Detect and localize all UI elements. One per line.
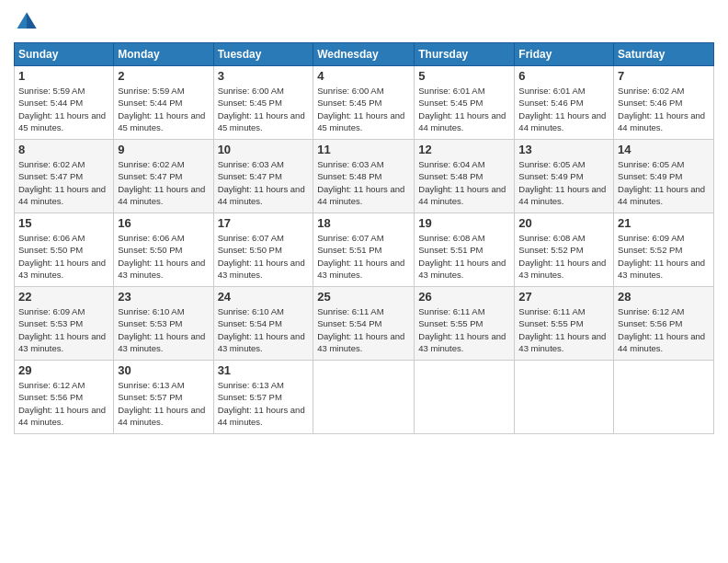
week-row-4: 22 Sunrise: 6:09 AM Sunset: 5:53 PM Dayl… [15,287,714,361]
day-number: 26 [418,290,510,304]
logo-icon [14,9,40,35]
day-info: Sunrise: 6:09 AM Sunset: 5:53 PM Dayligh… [18,305,109,354]
day-number: 16 [118,216,209,230]
day-info: Sunrise: 6:01 AM Sunset: 5:46 PM Dayligh… [518,85,609,133]
calendar-cell: 30 Sunrise: 6:13 AM Sunset: 5:57 PM Dayl… [114,361,213,434]
day-info: Sunrise: 6:00 AM Sunset: 5:45 PM Dayligh… [317,85,410,133]
page: SundayMondayTuesdayWednesdayThursdayFrid… [0,0,728,563]
calendar-cell: 14 Sunrise: 6:05 AM Sunset: 5:49 PM Dayl… [614,140,714,213]
day-number: 14 [618,143,710,156]
day-header-thursday: Thursday [415,43,515,66]
day-number: 3 [218,69,310,83]
calendar-cell: 19 Sunrise: 6:08 AM Sunset: 5:51 PM Dayl… [415,213,515,287]
day-info: Sunrise: 6:09 AM Sunset: 5:52 PM Dayligh… [618,232,710,281]
calendar: SundayMondayTuesdayWednesdayThursdayFrid… [14,42,714,434]
day-info: Sunrise: 6:11 AM Sunset: 5:55 PM Dayligh… [518,305,609,354]
day-info: Sunrise: 6:08 AM Sunset: 5:51 PM Dayligh… [418,232,510,281]
day-info: Sunrise: 6:02 AM Sunset: 5:46 PM Dayligh… [618,85,710,133]
calendar-header-row: SundayMondayTuesdayWednesdayThursdayFrid… [15,43,714,66]
calendar-cell [515,361,614,434]
day-info: Sunrise: 6:00 AM Sunset: 5:45 PM Dayligh… [218,85,310,133]
day-number: 1 [18,69,109,83]
calendar-cell: 5 Sunrise: 6:01 AM Sunset: 5:45 PM Dayli… [415,66,515,140]
calendar-cell [313,361,415,434]
logo [14,9,43,35]
day-info: Sunrise: 6:07 AM Sunset: 5:51 PM Dayligh… [317,232,410,281]
day-number: 13 [518,143,609,156]
day-info: Sunrise: 6:10 AM Sunset: 5:53 PM Dayligh… [118,305,209,354]
day-header-friday: Friday [515,43,614,66]
calendar-cell: 17 Sunrise: 6:07 AM Sunset: 5:50 PM Dayl… [213,213,313,287]
day-info: Sunrise: 6:11 AM Sunset: 5:55 PM Dayligh… [418,305,510,354]
day-number: 5 [418,69,510,83]
day-number: 25 [317,290,410,304]
calendar-cell: 21 Sunrise: 6:09 AM Sunset: 5:52 PM Dayl… [614,213,714,287]
calendar-cell: 10 Sunrise: 6:03 AM Sunset: 5:47 PM Dayl… [213,140,313,213]
day-number: 17 [218,216,310,230]
day-number: 2 [118,69,209,83]
calendar-cell [614,361,714,434]
calendar-cell: 31 Sunrise: 6:13 AM Sunset: 5:57 PM Dayl… [213,361,313,434]
day-number: 9 [118,143,209,156]
day-number: 23 [118,290,209,304]
calendar-cell: 18 Sunrise: 6:07 AM Sunset: 5:51 PM Dayl… [313,213,415,287]
day-number: 6 [518,69,609,83]
day-info: Sunrise: 6:02 AM Sunset: 5:47 PM Dayligh… [118,158,209,207]
day-number: 18 [317,216,410,230]
calendar-cell: 7 Sunrise: 6:02 AM Sunset: 5:46 PM Dayli… [614,66,714,140]
week-row-1: 1 Sunrise: 5:59 AM Sunset: 5:44 PM Dayli… [15,66,714,140]
day-info: Sunrise: 6:05 AM Sunset: 5:49 PM Dayligh… [518,158,609,207]
calendar-cell: 9 Sunrise: 6:02 AM Sunset: 5:47 PM Dayli… [114,140,213,213]
calendar-cell: 13 Sunrise: 6:05 AM Sunset: 5:49 PM Dayl… [515,140,614,213]
day-info: Sunrise: 6:02 AM Sunset: 5:47 PM Dayligh… [18,158,109,207]
day-number: 24 [218,290,310,304]
day-info: Sunrise: 6:13 AM Sunset: 5:57 PM Dayligh… [118,379,209,428]
day-info: Sunrise: 6:03 AM Sunset: 5:47 PM Dayligh… [218,158,310,207]
calendar-cell [415,361,515,434]
day-number: 27 [518,290,609,304]
calendar-cell: 4 Sunrise: 6:00 AM Sunset: 5:45 PM Dayli… [313,66,415,140]
day-number: 11 [317,143,410,156]
day-info: Sunrise: 6:13 AM Sunset: 5:57 PM Dayligh… [218,379,310,428]
day-number: 7 [618,69,710,83]
calendar-cell: 27 Sunrise: 6:11 AM Sunset: 5:55 PM Dayl… [515,287,614,361]
day-number: 15 [18,216,109,230]
calendar-cell: 25 Sunrise: 6:11 AM Sunset: 5:54 PM Dayl… [313,287,415,361]
day-number: 29 [18,363,109,377]
calendar-cell: 1 Sunrise: 5:59 AM Sunset: 5:44 PM Dayli… [15,66,114,140]
calendar-cell: 28 Sunrise: 6:12 AM Sunset: 5:56 PM Dayl… [614,287,714,361]
day-info: Sunrise: 6:03 AM Sunset: 5:48 PM Dayligh… [317,158,410,207]
day-number: 8 [18,143,109,156]
day-info: Sunrise: 5:59 AM Sunset: 5:44 PM Dayligh… [18,85,109,133]
day-header-monday: Monday [114,43,213,66]
day-info: Sunrise: 6:04 AM Sunset: 5:48 PM Dayligh… [418,158,510,207]
day-info: Sunrise: 6:06 AM Sunset: 5:50 PM Dayligh… [118,232,209,281]
calendar-cell: 12 Sunrise: 6:04 AM Sunset: 5:48 PM Dayl… [415,140,515,213]
calendar-cell: 16 Sunrise: 6:06 AM Sunset: 5:50 PM Dayl… [114,213,213,287]
calendar-cell: 29 Sunrise: 6:12 AM Sunset: 5:56 PM Dayl… [15,361,114,434]
day-info: Sunrise: 6:12 AM Sunset: 5:56 PM Dayligh… [618,305,710,354]
calendar-cell: 20 Sunrise: 6:08 AM Sunset: 5:52 PM Dayl… [515,213,614,287]
day-info: Sunrise: 6:12 AM Sunset: 5:56 PM Dayligh… [18,379,109,428]
day-info: Sunrise: 6:11 AM Sunset: 5:54 PM Dayligh… [317,305,410,354]
day-header-sunday: Sunday [15,43,114,66]
calendar-cell: 23 Sunrise: 6:10 AM Sunset: 5:53 PM Dayl… [114,287,213,361]
day-info: Sunrise: 5:59 AM Sunset: 5:44 PM Dayligh… [118,85,209,133]
calendar-cell: 6 Sunrise: 6:01 AM Sunset: 5:46 PM Dayli… [515,66,614,140]
calendar-cell: 26 Sunrise: 6:11 AM Sunset: 5:55 PM Dayl… [415,287,515,361]
calendar-cell: 24 Sunrise: 6:10 AM Sunset: 5:54 PM Dayl… [213,287,313,361]
day-info: Sunrise: 6:10 AM Sunset: 5:54 PM Dayligh… [218,305,310,354]
day-number: 4 [317,69,410,83]
header [14,9,714,35]
calendar-cell: 11 Sunrise: 6:03 AM Sunset: 5:48 PM Dayl… [313,140,415,213]
day-info: Sunrise: 6:05 AM Sunset: 5:49 PM Dayligh… [618,158,710,207]
day-number: 22 [18,290,109,304]
day-info: Sunrise: 6:08 AM Sunset: 5:52 PM Dayligh… [518,232,609,281]
svg-marker-1 [27,13,37,29]
day-number: 12 [418,143,510,156]
day-number: 30 [118,363,209,377]
day-info: Sunrise: 6:06 AM Sunset: 5:50 PM Dayligh… [18,232,109,281]
day-number: 19 [418,216,510,230]
day-header-wednesday: Wednesday [313,43,415,66]
day-number: 31 [218,363,310,377]
